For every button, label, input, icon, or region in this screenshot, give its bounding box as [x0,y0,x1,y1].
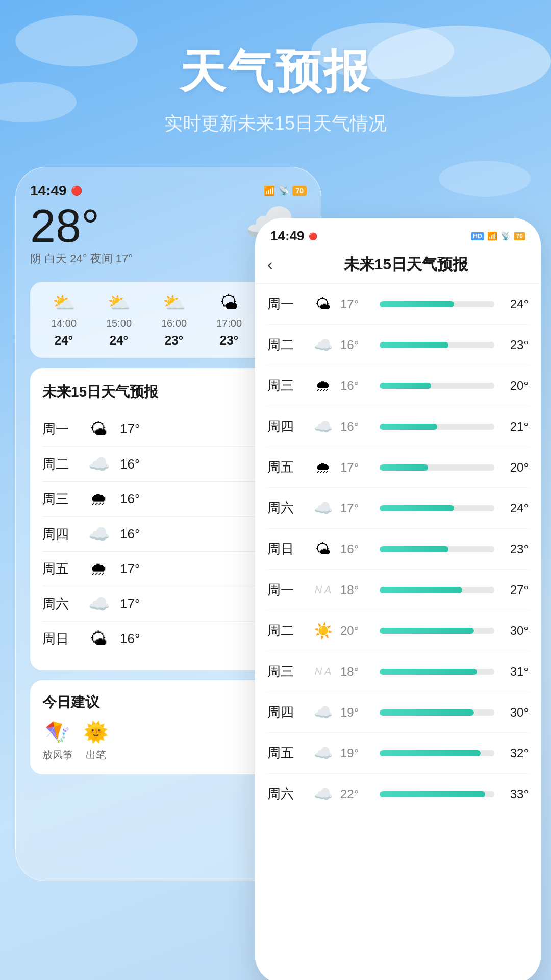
time-left: 14:49 [30,183,67,199]
forecast-high-right-10: 30° [500,705,529,720]
temp-bar-fill-5 [380,505,454,511]
forecast-row-right-5: 周六 ☁️ 17° 24° [267,488,529,529]
temp-bar-fill-6 [380,546,448,552]
forecast-icon-left-2: 🌧 [86,489,112,509]
temp-bar-fill-8 [380,628,474,634]
temp-bar-2 [380,383,494,389]
forecast-icon-right-8: ☀️ [312,622,334,640]
temp-bar-1 [380,342,494,348]
hourly-temp-0: 24° [55,333,73,348]
forecast-day-left-1: 周二 [42,455,78,473]
forecast-icon-right-9: N A [312,666,334,677]
status-icons-right: HD 📶 📡 70 [471,231,525,241]
forecast-row-right-2: 周三 🌧 16° 20° [267,365,529,406]
back-button[interactable]: ‹ [267,255,273,274]
forecast-high-right-2: 20° [500,379,529,393]
forecast-day-right-9: 周三 [267,663,306,680]
forecast-icon-right-2: 🌧 [312,377,334,395]
forecast-list-right: 周一 🌤 17° 24° 周二 ☁️ 16° 23° [255,284,541,980]
forecast-icon-right-6: 🌤 [312,541,334,558]
forecast-high-right-1: 23° [500,338,529,352]
forecast-high-right-3: 21° [500,420,529,434]
forecast-day-left-5: 周六 [42,595,78,613]
forecast-low-right-12: 22° [340,787,373,801]
nav-title-right: 未来15日天气预报 [283,254,529,275]
temp-bar-fill-1 [380,342,448,348]
temp-bar-12 [380,791,494,797]
forecast-temp-left-0: 17° [120,421,140,437]
forecast-row-right-1: 周二 ☁️ 16° 23° [267,325,529,365]
forecast-low-right-5: 17° [340,501,373,516]
hourly-icon-1: ⛅ [108,292,131,313]
forecast-icon-right-0: 🌤 [312,296,334,313]
forecast-icon-right-11: ☁️ [312,744,334,762]
forecast-day-right-5: 周六 [267,499,306,517]
forecast-icon-right-7: N A [312,584,334,596]
forecast-low-right-0: 17° [340,297,373,311]
forecast-row-right-7: 周一 N A 18° 27° [267,570,529,610]
forecast-icon-left-0: 🌤 [86,419,112,439]
forecast-row-right-10: 周四 ☁️ 19° 30° [267,692,529,733]
forecast-day-right-0: 周一 [267,295,306,313]
suggestion-icon-0: 🪁 [45,720,70,744]
suggestion-label-1: 出笔 [86,748,106,762]
status-icons-left: 📶 📡 70 [264,185,307,197]
hourly-temp-3: 23° [220,333,238,348]
battery-right-badge: 70 [514,232,525,240]
status-bar-left: 14:49 🔴 📶 📡 70 [30,183,307,199]
suggestion-item-1: 🌞 出笔 [83,720,109,762]
temp-bar-fill-4 [380,464,428,471]
phones-container: 14:49 🔴 📶 📡 70 28° ☁️ 阴 白天 24° 夜间 17° [0,157,551,933]
forecast-row-right-8: 周二 ☀️ 20° 30° [267,610,529,651]
forecast-high-right-9: 31° [500,665,529,679]
temp-bar-11 [380,750,494,756]
forecast-day-right-8: 周二 [267,622,306,640]
wifi-icon: 📡 [278,185,289,197]
temp-bar-8 [380,628,494,634]
forecast-day-right-2: 周三 [267,377,306,395]
forecast-row-right-11: 周五 ☁️ 19° 32° [267,733,529,774]
temp-bar-4 [380,464,494,471]
forecast-low-right-8: 20° [340,624,373,638]
suggestion-label-0: 放风筝 [42,748,73,762]
forecast-icon-right-1: ☁️ [312,336,334,354]
wifi-right-icon: 📡 [500,231,511,241]
temp-bar-3 [380,424,494,430]
forecast-icon-left-3: ☁️ [86,524,112,544]
forecast-day-right-4: 周五 [267,458,306,476]
temp-bar-fill-0 [380,301,454,307]
forecast-low-right-6: 16° [340,542,373,556]
forecast-row-right-12: 周六 ☁️ 22° 33° [267,774,529,814]
forecast-day-right-11: 周五 [267,744,306,762]
forecast-icon-right-4: 🌧 [312,459,334,476]
status-bar-right: 14:49 🔴 HD 📶 📡 70 [255,218,541,249]
forecast-temp-left-2: 16° [120,491,140,507]
hourly-time-2: 16:00 [161,317,187,329]
nav-bar-right: ‹ 未来15日天气预报 [255,249,541,284]
hourly-icon-3: 🌤 [220,292,238,313]
forecast-high-right-12: 33° [500,787,529,801]
forecast-day-left-2: 周三 [42,490,78,508]
forecast-icon-right-5: ☁️ [312,499,334,517]
forecast-low-right-3: 16° [340,420,373,434]
signal-right-icon: 📶 [487,231,497,241]
forecast-icon-left-5: ☁️ [86,594,112,614]
temp-bar-fill-10 [380,709,474,716]
app-subtitle: 实时更新未来15日天气情况 [0,111,551,136]
forecast-day-right-1: 周二 [267,336,306,354]
forecast-row-right-6: 周日 🌤 16° 23° [267,529,529,570]
forecast-row-right-4: 周五 🌧 17° 20° [267,447,529,488]
app-title: 天气预报 [0,41,551,103]
forecast-high-right-11: 32° [500,746,529,761]
suggestion-icon-1: 🌞 [83,720,109,744]
forecast-row-right-0: 周一 🌤 17° 24° [267,284,529,325]
forecast-icon-right-10: ☁️ [312,703,334,721]
hourly-time-1: 15:00 [106,317,132,329]
forecast-temp-left-1: 16° [120,456,140,472]
forecast-icon-right-3: ☁️ [312,418,334,435]
forecast-low-right-1: 16° [340,338,373,352]
forecast-low-right-4: 17° [340,460,373,475]
forecast-high-right-5: 24° [500,501,529,516]
forecast-low-right-10: 19° [340,705,373,720]
signal-icon: 📶 [264,185,275,197]
